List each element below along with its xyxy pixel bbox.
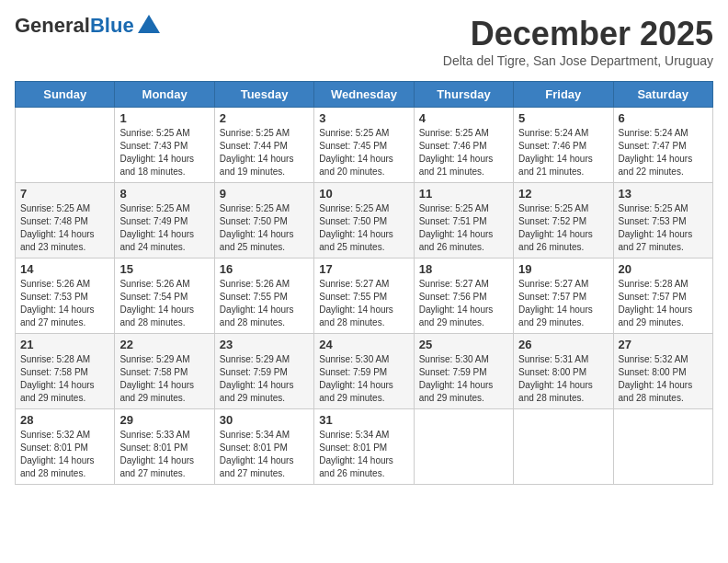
day-cell: 26Sunrise: 5:31 AM Sunset: 8:00 PM Dayli… — [514, 334, 613, 409]
day-cell — [414, 409, 513, 485]
day-info: Sunrise: 5:25 AM Sunset: 7:50 PM Dayligh… — [319, 202, 408, 254]
day-info: Sunrise: 5:30 AM Sunset: 7:59 PM Dayligh… — [419, 353, 508, 405]
day-cell: 21Sunrise: 5:28 AM Sunset: 7:58 PM Dayli… — [16, 334, 115, 409]
header-day-tuesday: Tuesday — [214, 82, 313, 108]
logo: GeneralBlue — [15, 15, 162, 37]
day-cell: 8Sunrise: 5:25 AM Sunset: 7:49 PM Daylig… — [115, 183, 214, 259]
page-header: GeneralBlue December 2025 Delta del Tigr… — [15, 15, 713, 77]
day-number: 12 — [518, 187, 608, 201]
day-info: Sunrise: 5:27 AM Sunset: 7:56 PM Dayligh… — [419, 278, 508, 329]
day-cell: 18Sunrise: 5:27 AM Sunset: 7:56 PM Dayli… — [414, 259, 513, 334]
day-cell: 25Sunrise: 5:30 AM Sunset: 7:59 PM Dayli… — [414, 334, 513, 409]
day-number: 15 — [119, 262, 209, 276]
svg-marker-0 — [138, 15, 160, 33]
logo-icon — [136, 11, 162, 37]
day-cell — [16, 108, 115, 183]
day-number: 24 — [319, 338, 408, 351]
day-cell — [613, 409, 712, 485]
calendar-body: 1Sunrise: 5:25 AM Sunset: 7:43 PM Daylig… — [16, 108, 713, 485]
day-number: 28 — [20, 413, 109, 427]
day-cell: 3Sunrise: 5:25 AM Sunset: 7:45 PM Daylig… — [314, 108, 414, 183]
week-row-4: 21Sunrise: 5:28 AM Sunset: 7:58 PM Dayli… — [16, 334, 713, 409]
day-info: Sunrise: 5:27 AM Sunset: 7:55 PM Dayligh… — [319, 278, 408, 329]
day-cell: 15Sunrise: 5:26 AM Sunset: 7:54 PM Dayli… — [115, 259, 214, 334]
day-cell: 30Sunrise: 5:34 AM Sunset: 8:01 PM Dayli… — [214, 409, 313, 485]
header-day-wednesday: Wednesday — [314, 82, 414, 108]
day-info: Sunrise: 5:25 AM Sunset: 7:44 PM Dayligh… — [220, 127, 309, 178]
day-cell: 22Sunrise: 5:29 AM Sunset: 7:58 PM Dayli… — [115, 334, 214, 409]
day-number: 3 — [319, 111, 408, 125]
day-cell: 27Sunrise: 5:32 AM Sunset: 8:00 PM Dayli… — [613, 334, 712, 409]
day-cell: 24Sunrise: 5:30 AM Sunset: 7:59 PM Dayli… — [314, 334, 414, 409]
day-info: Sunrise: 5:34 AM Sunset: 8:01 PM Dayligh… — [220, 429, 309, 480]
day-cell: 12Sunrise: 5:25 AM Sunset: 7:52 PM Dayli… — [514, 183, 613, 259]
day-info: Sunrise: 5:28 AM Sunset: 7:57 PM Dayligh… — [619, 278, 708, 329]
day-number: 11 — [419, 187, 508, 201]
day-cell: 20Sunrise: 5:28 AM Sunset: 7:57 PM Dayli… — [613, 259, 712, 334]
day-number: 26 — [518, 338, 608, 351]
day-number: 27 — [619, 338, 708, 351]
day-info: Sunrise: 5:29 AM Sunset: 7:59 PM Dayligh… — [220, 353, 309, 405]
day-number: 29 — [119, 413, 209, 427]
day-number: 22 — [119, 338, 209, 351]
day-cell: 28Sunrise: 5:32 AM Sunset: 8:01 PM Dayli… — [16, 409, 115, 485]
day-info: Sunrise: 5:25 AM Sunset: 7:43 PM Dayligh… — [119, 127, 209, 178]
day-cell: 2Sunrise: 5:25 AM Sunset: 7:44 PM Daylig… — [214, 108, 313, 183]
day-info: Sunrise: 5:26 AM Sunset: 7:53 PM Dayligh… — [20, 278, 109, 329]
day-cell: 9Sunrise: 5:25 AM Sunset: 7:50 PM Daylig… — [214, 183, 313, 259]
day-number: 9 — [220, 187, 309, 201]
header-day-saturday: Saturday — [613, 82, 712, 108]
calendar-table: SundayMondayTuesdayWednesdayThursdayFrid… — [15, 81, 713, 485]
header-row: SundayMondayTuesdayWednesdayThursdayFrid… — [16, 82, 713, 108]
day-cell — [514, 409, 613, 485]
calendar-header: SundayMondayTuesdayWednesdayThursdayFrid… — [16, 82, 713, 108]
day-cell: 16Sunrise: 5:26 AM Sunset: 7:55 PM Dayli… — [214, 259, 313, 334]
day-cell: 14Sunrise: 5:26 AM Sunset: 7:53 PM Dayli… — [16, 259, 115, 334]
day-number: 7 — [20, 187, 109, 201]
day-info: Sunrise: 5:25 AM Sunset: 7:45 PM Dayligh… — [319, 127, 408, 178]
day-number: 5 — [518, 111, 608, 125]
logo-text: GeneralBlue — [15, 16, 134, 36]
day-number: 19 — [518, 262, 608, 276]
day-cell: 17Sunrise: 5:27 AM Sunset: 7:55 PM Dayli… — [314, 259, 414, 334]
day-info: Sunrise: 5:25 AM Sunset: 7:53 PM Dayligh… — [619, 202, 708, 254]
day-info: Sunrise: 5:28 AM Sunset: 7:58 PM Dayligh… — [20, 353, 109, 405]
day-info: Sunrise: 5:26 AM Sunset: 7:54 PM Dayligh… — [119, 278, 209, 329]
day-number: 4 — [419, 111, 508, 125]
header-day-friday: Friday — [514, 82, 613, 108]
day-cell: 1Sunrise: 5:25 AM Sunset: 7:43 PM Daylig… — [115, 108, 214, 183]
day-cell: 5Sunrise: 5:24 AM Sunset: 7:46 PM Daylig… — [514, 108, 613, 183]
day-info: Sunrise: 5:25 AM Sunset: 7:51 PM Dayligh… — [419, 202, 508, 254]
day-number: 16 — [220, 262, 309, 276]
day-number: 14 — [20, 262, 109, 276]
day-cell: 6Sunrise: 5:24 AM Sunset: 7:47 PM Daylig… — [613, 108, 712, 183]
day-number: 6 — [619, 111, 708, 125]
header-day-monday: Monday — [115, 82, 214, 108]
day-info: Sunrise: 5:25 AM Sunset: 7:46 PM Dayligh… — [419, 127, 508, 178]
header-day-sunday: Sunday — [16, 82, 115, 108]
day-info: Sunrise: 5:30 AM Sunset: 7:59 PM Dayligh… — [319, 353, 408, 405]
day-cell: 4Sunrise: 5:25 AM Sunset: 7:46 PM Daylig… — [414, 108, 513, 183]
day-cell: 10Sunrise: 5:25 AM Sunset: 7:50 PM Dayli… — [314, 183, 414, 259]
day-info: Sunrise: 5:25 AM Sunset: 7:49 PM Dayligh… — [119, 202, 209, 254]
day-number: 1 — [119, 111, 209, 125]
day-cell: 31Sunrise: 5:34 AM Sunset: 8:01 PM Dayli… — [314, 409, 414, 485]
day-info: Sunrise: 5:25 AM Sunset: 7:52 PM Dayligh… — [518, 202, 608, 254]
day-cell: 13Sunrise: 5:25 AM Sunset: 7:53 PM Dayli… — [613, 183, 712, 259]
month-title: December 2025 — [443, 15, 713, 53]
day-number: 10 — [319, 187, 408, 201]
day-cell: 11Sunrise: 5:25 AM Sunset: 7:51 PM Dayli… — [414, 183, 513, 259]
day-info: Sunrise: 5:32 AM Sunset: 8:01 PM Dayligh… — [20, 429, 109, 480]
day-info: Sunrise: 5:25 AM Sunset: 7:48 PM Dayligh… — [20, 202, 109, 254]
day-cell: 23Sunrise: 5:29 AM Sunset: 7:59 PM Dayli… — [214, 334, 313, 409]
day-info: Sunrise: 5:24 AM Sunset: 7:47 PM Dayligh… — [619, 127, 708, 178]
day-number: 30 — [220, 413, 309, 427]
day-number: 13 — [619, 187, 708, 201]
day-number: 17 — [319, 262, 408, 276]
day-number: 31 — [319, 413, 408, 427]
week-row-5: 28Sunrise: 5:32 AM Sunset: 8:01 PM Dayli… — [16, 409, 713, 485]
day-cell: 7Sunrise: 5:25 AM Sunset: 7:48 PM Daylig… — [16, 183, 115, 259]
week-row-3: 14Sunrise: 5:26 AM Sunset: 7:53 PM Dayli… — [16, 259, 713, 334]
day-number: 20 — [619, 262, 708, 276]
week-row-2: 7Sunrise: 5:25 AM Sunset: 7:48 PM Daylig… — [16, 183, 713, 259]
